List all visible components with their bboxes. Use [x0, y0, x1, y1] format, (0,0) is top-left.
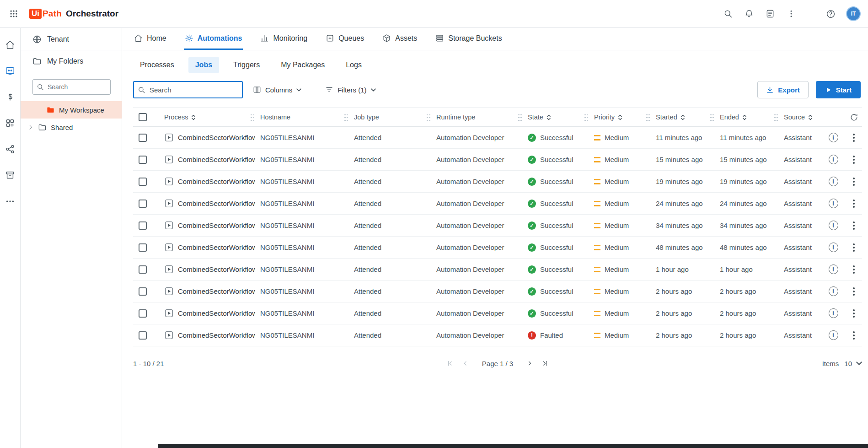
- info-icon[interactable]: [829, 133, 838, 142]
- table-row[interactable]: CombinedSectorWorkflow NG05TILESANMI Att…: [133, 302, 862, 324]
- info-icon[interactable]: [829, 199, 838, 208]
- rail-item-transactions[interactable]: [3, 90, 17, 104]
- table-row[interactable]: CombinedSectorWorkflow NG05TILESANMI Att…: [133, 127, 862, 149]
- info-icon[interactable]: [829, 264, 838, 274]
- info-icon[interactable]: [829, 155, 838, 164]
- column-header-process[interactable]: Process: [159, 108, 255, 126]
- row-menu-icon[interactable]: [851, 132, 857, 144]
- table-row[interactable]: CombinedSectorWorkflow NG05TILESANMI Att…: [133, 171, 862, 193]
- export-button[interactable]: Export: [757, 81, 809, 98]
- row-checkbox[interactable]: [139, 243, 147, 252]
- tree-item-my-workspace[interactable]: My Workspace: [21, 101, 122, 119]
- column-header-runtime-type[interactable]: Runtime type: [431, 108, 522, 126]
- help-button[interactable]: [821, 5, 840, 23]
- column-header-ended[interactable]: Ended: [714, 108, 778, 126]
- tree-item-shared[interactable]: Shared: [21, 119, 122, 136]
- row-checkbox[interactable]: [139, 309, 147, 318]
- row-menu-icon[interactable]: [851, 220, 857, 232]
- row-checkbox[interactable]: [139, 178, 147, 186]
- sidebar-item-my-folders[interactable]: My Folders: [21, 50, 122, 72]
- info-icon[interactable]: [829, 243, 838, 252]
- row-checkbox[interactable]: [139, 265, 147, 274]
- row-checkbox[interactable]: [139, 331, 147, 340]
- info-icon[interactable]: [829, 286, 838, 296]
- subtab-triggers[interactable]: Triggers: [226, 57, 267, 73]
- column-header-job-type[interactable]: Job type: [348, 108, 431, 126]
- sort-icon[interactable]: [742, 114, 747, 121]
- rail-item-home[interactable]: [3, 38, 17, 52]
- tab-assets[interactable]: Assets: [381, 28, 418, 50]
- column-header-priority[interactable]: Priority: [589, 108, 650, 126]
- tab-automations[interactable]: Automations: [184, 28, 243, 50]
- refresh-button[interactable]: [847, 110, 861, 124]
- user-avatar[interactable]: IT: [846, 6, 861, 21]
- column-header-source[interactable]: Source: [778, 108, 822, 126]
- row-menu-icon[interactable]: [851, 264, 857, 275]
- resource-center-button[interactable]: [761, 5, 779, 23]
- row-menu-icon[interactable]: [851, 286, 857, 297]
- tab-home[interactable]: Home: [133, 28, 167, 50]
- last-page-button[interactable]: [540, 358, 551, 369]
- next-page-button[interactable]: [524, 358, 535, 369]
- columns-button[interactable]: Columns: [247, 82, 307, 97]
- tab-monitoring[interactable]: Monitoring: [259, 28, 308, 50]
- start-button[interactable]: Start: [816, 81, 861, 98]
- info-icon[interactable]: [829, 177, 838, 186]
- table-row[interactable]: CombinedSectorWorkflow NG05TILESANMI Att…: [133, 193, 862, 215]
- priority-cell: Medium: [589, 309, 650, 317]
- row-checkbox[interactable]: [139, 221, 147, 230]
- row-menu-icon[interactable]: [851, 308, 857, 319]
- sort-icon[interactable]: [547, 114, 551, 121]
- row-checkbox[interactable]: [139, 200, 147, 208]
- rail-item-integrations[interactable]: [3, 142, 17, 156]
- subtab-jobs[interactable]: Jobs: [188, 57, 219, 73]
- filters-button[interactable]: Filters (1): [320, 82, 381, 97]
- sort-icon[interactable]: [191, 114, 196, 121]
- info-icon[interactable]: [829, 308, 838, 318]
- row-menu-icon[interactable]: [851, 198, 857, 210]
- page-size-select[interactable]: 10: [844, 360, 862, 367]
- rail-item-more[interactable]: [3, 194, 17, 208]
- table-row[interactable]: CombinedSectorWorkflow NG05TILESANMI Att…: [133, 324, 862, 346]
- subtab-my-packages[interactable]: My Packages: [274, 57, 332, 73]
- table-row[interactable]: CombinedSectorWorkflow NG05TILESANMI Att…: [133, 149, 862, 171]
- tab-storage-buckets[interactable]: Storage Buckets: [434, 28, 503, 50]
- previous-page-button[interactable]: [460, 358, 471, 369]
- table-row[interactable]: CombinedSectorWorkflow NG05TILESANMI Att…: [133, 259, 862, 281]
- sort-icon[interactable]: [618, 114, 622, 121]
- first-page-button[interactable]: [445, 358, 455, 369]
- info-icon[interactable]: [829, 330, 838, 340]
- sort-icon[interactable]: [680, 114, 685, 121]
- rail-item-apps[interactable]: [3, 116, 17, 130]
- row-menu-icon[interactable]: [851, 176, 857, 188]
- jobs-search-input[interactable]: [133, 81, 243, 98]
- more-options-button[interactable]: [782, 5, 800, 23]
- column-header-hostname[interactable]: Hostname: [255, 108, 348, 126]
- sidebar-item-tenant[interactable]: Tenant: [21, 29, 122, 50]
- global-search-button[interactable]: [719, 5, 737, 23]
- horizontal-scrollbar[interactable]: [158, 444, 868, 448]
- table-row[interactable]: CombinedSectorWorkflow NG05TILESANMI Att…: [133, 215, 862, 237]
- column-header-state[interactable]: State: [522, 108, 589, 126]
- column-header-started[interactable]: Started: [650, 108, 714, 126]
- subtab-logs[interactable]: Logs: [339, 57, 369, 73]
- notifications-button[interactable]: [740, 5, 758, 23]
- row-menu-icon[interactable]: [851, 154, 857, 166]
- tab-queues[interactable]: Queues: [325, 28, 365, 50]
- info-icon[interactable]: [829, 221, 838, 230]
- table-row[interactable]: CombinedSectorWorkflow NG05TILESANMI Att…: [133, 237, 862, 259]
- table-row[interactable]: CombinedSectorWorkflow NG05TILESANMI Att…: [133, 281, 862, 302]
- rail-item-storage[interactable]: [3, 168, 17, 182]
- subtab-processes[interactable]: Processes: [133, 57, 181, 73]
- row-menu-icon[interactable]: [851, 329, 857, 341]
- folder-search-input[interactable]: [32, 79, 111, 95]
- row-checkbox[interactable]: [139, 156, 147, 164]
- row-checkbox[interactable]: [139, 134, 147, 142]
- row-menu-icon[interactable]: [851, 242, 857, 254]
- app-launcher-button[interactable]: [5, 5, 23, 23]
- page-indicator[interactable]: Page 1 / 3: [482, 360, 513, 367]
- sort-icon[interactable]: [808, 114, 813, 121]
- select-all-checkbox[interactable]: [139, 113, 147, 121]
- row-checkbox[interactable]: [139, 287, 147, 296]
- rail-item-orchestrator[interactable]: [3, 64, 17, 78]
